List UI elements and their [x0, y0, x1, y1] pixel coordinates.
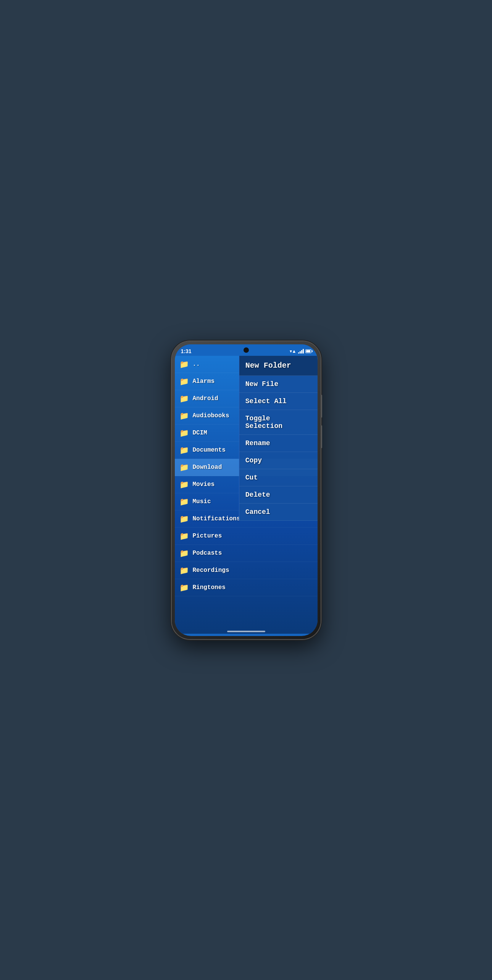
- context-menu-item-rename[interactable]: Rename: [239, 435, 318, 452]
- file-name: Podcasts: [193, 550, 222, 557]
- file-name: Notifications: [193, 515, 240, 522]
- phone-screen: 1:31 ▾▲: [175, 344, 318, 636]
- file-item[interactable]: 📁 Ringtones: [175, 579, 318, 596]
- folder-icon: 📁: [179, 514, 189, 523]
- folder-icon: 📁: [179, 480, 189, 489]
- folder-icon: 📁: [179, 377, 189, 386]
- folder-icon: 📁: [179, 463, 189, 472]
- folder-icon: 📁: [179, 549, 189, 558]
- battery-icon: [305, 349, 311, 353]
- status-icons: ▾▲: [290, 349, 311, 354]
- folder-icon: 📁: [179, 446, 189, 455]
- folder-icon: 📁: [179, 566, 189, 575]
- folder-icon: 📁: [179, 394, 189, 403]
- status-time: 1:31: [181, 348, 192, 354]
- file-name: Alarms: [193, 378, 215, 385]
- file-item[interactable]: 📁 Podcasts: [175, 545, 318, 562]
- phone-device: 1:31 ▾▲: [172, 341, 321, 639]
- file-item[interactable]: 📁 Pictures: [175, 528, 318, 545]
- file-name: ..: [193, 361, 200, 368]
- file-name: Movies: [193, 481, 215, 488]
- folder-icon: 📁: [179, 583, 189, 592]
- context-menu: New FolderNew FileSelect AllToggle Selec…: [239, 356, 318, 521]
- folder-icon: 📁: [179, 428, 189, 438]
- file-name: Ringtones: [193, 584, 226, 591]
- home-indicator[interactable]: [227, 631, 265, 632]
- file-name: Download: [193, 464, 222, 471]
- wifi-icon: ▾▲: [290, 349, 297, 354]
- camera-notch: [244, 347, 249, 353]
- folder-icon: 📁: [179, 411, 189, 420]
- context-menu-item-delete[interactable]: Delete: [239, 486, 318, 504]
- context-menu-item-toggle-selection[interactable]: Toggle Selection: [239, 410, 318, 435]
- file-name: Audiobooks: [193, 412, 229, 419]
- file-name: Pictures: [193, 533, 222, 539]
- context-menu-item-cancel[interactable]: Cancel: [239, 504, 318, 521]
- file-name: DCIM: [193, 429, 207, 436]
- context-menu-item-cut[interactable]: Cut: [239, 469, 318, 486]
- context-menu-item-new-folder[interactable]: New Folder: [239, 356, 318, 376]
- file-name: Recordings: [193, 567, 229, 574]
- file-item[interactable]: 📁 Recordings: [175, 562, 318, 579]
- file-name: Android: [193, 395, 218, 402]
- file-name: Documents: [193, 447, 226, 454]
- signal-icon: [298, 349, 304, 354]
- context-menu-item-copy[interactable]: Copy: [239, 452, 318, 469]
- folder-icon: 📁: [179, 531, 189, 541]
- file-name: Music: [193, 498, 211, 505]
- main-content: 📁 .. 📁 Alarms 📁 Android 📁 Audiobooks: [175, 356, 318, 634]
- status-bar: 1:31 ▾▲: [175, 344, 318, 356]
- folder-icon: 📁: [179, 497, 189, 506]
- folder-icon: 📁: [179, 360, 189, 369]
- context-menu-item-new-file[interactable]: New File: [239, 376, 318, 393]
- context-menu-item-select-all[interactable]: Select All: [239, 393, 318, 410]
